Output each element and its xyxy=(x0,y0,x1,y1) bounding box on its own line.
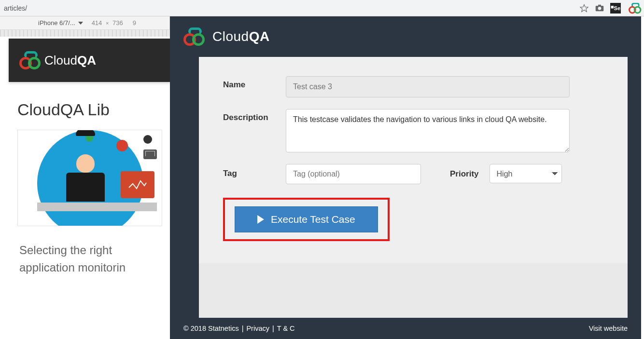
svg-point-3 xyxy=(598,7,602,10)
dropdown-icon xyxy=(78,22,83,25)
execute-button-label: Execute Test Case xyxy=(271,214,355,225)
devtools-device-toolbar: iPhone 6/7/... 414 × 736 9 xyxy=(0,16,170,30)
browser-address-bar: articles/ ■Se xyxy=(0,0,644,16)
url-text: articles/ xyxy=(4,4,579,12)
footer-privacy-link[interactable]: Privacy xyxy=(246,325,269,332)
description-textarea[interactable]: This testcase validates the navigation t… xyxy=(286,109,570,152)
camera-icon[interactable] xyxy=(595,3,604,13)
cloudqa-extension-panel: CloudQA Name Description This testcase v… xyxy=(170,16,641,339)
times-icon: × xyxy=(104,20,111,26)
extension-body: Name Description This testcase validates… xyxy=(199,57,628,318)
cloudqa-extension-icon[interactable] xyxy=(629,5,634,11)
selenium-extension-icon[interactable]: ■Se xyxy=(610,3,621,14)
svg-marker-0 xyxy=(580,4,588,12)
tag-label: Tag xyxy=(223,164,286,178)
star-bookmark-icon[interactable] xyxy=(579,3,589,13)
article-excerpt: Selecting the right application monitori… xyxy=(9,226,171,276)
article-card[interactable] xyxy=(17,130,162,226)
name-label: Name xyxy=(223,76,286,90)
zoom-fragment: 9 xyxy=(127,19,136,27)
page-heading: CloudQA Lib xyxy=(9,82,171,130)
device-name: iPhone 6/7/... xyxy=(38,19,75,27)
description-label: Description xyxy=(223,109,286,122)
priority-label: Priority xyxy=(450,169,479,179)
extension-header: CloudQA xyxy=(170,16,641,57)
priority-select[interactable]: High xyxy=(490,164,562,183)
footer-copyright: © 2018 Statnetics xyxy=(183,325,239,332)
extension-logo[interactable]: CloudQA xyxy=(183,27,270,46)
cloudqa-logo[interactable]: CloudQA xyxy=(19,51,96,69)
viewport-height[interactable]: 736 xyxy=(112,19,123,27)
site-header: CloudQA xyxy=(9,39,171,82)
execute-test-case-button[interactable]: Execute Test Case xyxy=(235,206,378,232)
svg-rect-2 xyxy=(598,5,601,6)
play-icon xyxy=(257,215,264,224)
footer-tc-link[interactable]: T & C xyxy=(277,325,295,332)
ruler xyxy=(0,30,170,37)
extension-footer: © 2018 Statnetics | Privacy | T & C Visi… xyxy=(170,318,641,339)
name-input[interactable] xyxy=(286,76,570,97)
device-selector[interactable]: iPhone 6/7/... xyxy=(33,19,88,27)
tag-input[interactable] xyxy=(286,164,421,184)
execute-highlight-box: Execute Test Case xyxy=(223,198,390,241)
mobile-preview: CloudQA CloudQA Lib Selecting the right … xyxy=(9,39,171,339)
footer-visit-website-link[interactable]: Visit website xyxy=(589,325,628,332)
viewport-width[interactable]: 414 xyxy=(92,19,102,27)
monitor-icon xyxy=(121,171,154,198)
